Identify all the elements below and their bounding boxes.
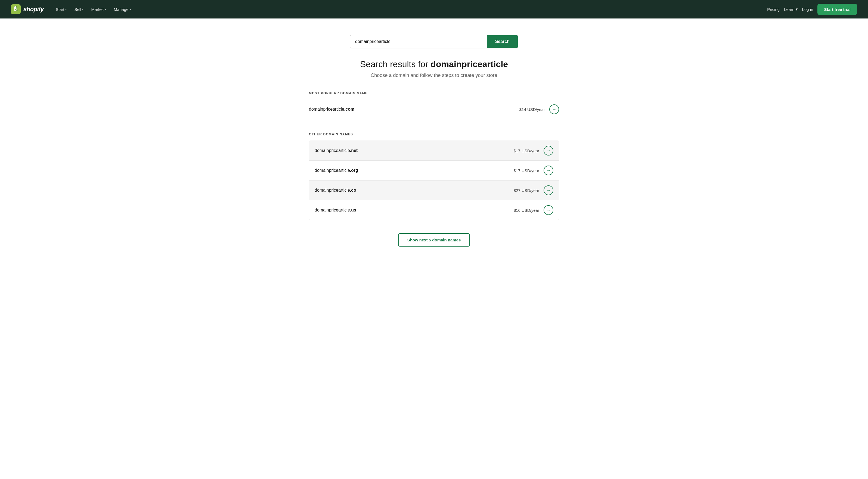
most-popular-label: MOST POPULAR DOMAIN NAME: [309, 91, 559, 95]
nav-start[interactable]: Start ▾: [53, 5, 70, 14]
arrow-right-icon: →: [546, 188, 551, 193]
navbar: shopify Start ▾ Sell ▾ Market ▾ Manage ▾…: [0, 0, 868, 19]
chevron-down-icon: ▾: [796, 7, 798, 12]
navbar-right: Pricing Learn ▾ Log in Start free trial: [767, 4, 857, 15]
popular-domain-price: $14 USD/year: [519, 107, 545, 112]
domain-name-us: domainpricearticle.us: [315, 208, 356, 213]
arrow-right-icon: →: [546, 168, 551, 173]
domain-name-net: domainpricearticle.net: [315, 148, 358, 153]
domain-price-co: $27 USD/year: [514, 188, 539, 193]
main-content: Search Search results for domainpriceart…: [304, 19, 564, 268]
nav-manage[interactable]: Manage ▾: [111, 5, 134, 14]
domain-price-org: $17 USD/year: [514, 168, 539, 173]
domain-price-area-org: $17 USD/year →: [514, 165, 553, 175]
table-row: domainpricearticle.org $17 USD/year →: [309, 161, 559, 181]
table-row: domainpricearticle.us $16 USD/year →: [309, 200, 559, 220]
popular-domain-select-button[interactable]: →: [549, 104, 559, 114]
search-input-wrapper: Search: [350, 35, 518, 49]
svg-point-2: [15, 9, 16, 10]
chevron-down-icon: ▾: [82, 8, 84, 11]
domain-price-net: $17 USD/year: [514, 149, 539, 153]
popular-domain-name: domainpricearticle.com: [309, 107, 354, 112]
results-header: Search results for domainpricearticle Ch…: [309, 59, 559, 78]
domain-name-co: domainpricearticle.co: [315, 188, 356, 193]
domain-select-button-org[interactable]: →: [544, 165, 553, 175]
table-row: domainpricearticle.co $27 USD/year →: [309, 181, 559, 200]
domain-select-button-us[interactable]: →: [544, 205, 553, 215]
domain-price-area-us: $16 USD/year →: [514, 205, 553, 215]
start-trial-button[interactable]: Start free trial: [817, 4, 857, 15]
search-button[interactable]: Search: [487, 35, 518, 48]
nav-links: Start ▾ Sell ▾ Market ▾ Manage ▾: [53, 5, 134, 14]
arrow-right-icon: →: [552, 107, 556, 112]
logo-text: shopify: [23, 6, 44, 13]
domain-price-area-net: $17 USD/year →: [514, 146, 553, 156]
show-next-area: Show next 5 domain names: [309, 233, 559, 247]
arrow-right-icon: →: [546, 208, 551, 213]
show-next-button[interactable]: Show next 5 domain names: [398, 233, 470, 247]
other-domains-label: OTHER DOMAIN NAMES: [309, 132, 559, 136]
domain-select-button-net[interactable]: →: [544, 146, 553, 156]
nav-login[interactable]: Log in: [802, 7, 813, 12]
chevron-down-icon: ▾: [65, 8, 67, 11]
table-row: domainpricearticle.net $17 USD/year →: [309, 141, 559, 161]
popular-domain-row: domainpricearticle.com $14 USD/year →: [309, 99, 559, 119]
nav-learn[interactable]: Learn ▾: [784, 7, 798, 12]
other-domains-section: OTHER DOMAIN NAMES domainpricearticle.ne…: [309, 132, 559, 220]
arrow-right-icon: →: [546, 148, 551, 153]
domain-list: domainpricearticle.net $17 USD/year → do…: [309, 140, 559, 220]
domain-select-button-co[interactable]: →: [544, 185, 553, 195]
popular-domain-price-area: $14 USD/year →: [519, 104, 559, 114]
domain-name-org: domainpricearticle.org: [315, 168, 358, 173]
domain-price-area-co: $27 USD/year →: [514, 185, 553, 195]
results-title: Search results for domainpricearticle: [309, 59, 559, 69]
chevron-down-icon: ▾: [105, 8, 106, 11]
domain-price-us: $16 USD/year: [514, 208, 539, 213]
nav-pricing[interactable]: Pricing: [767, 7, 780, 12]
most-popular-section: MOST POPULAR DOMAIN NAME domainpricearti…: [309, 91, 559, 119]
shopify-logo-icon: [11, 4, 21, 14]
chevron-down-icon: ▾: [130, 8, 131, 11]
search-input[interactable]: [350, 35, 487, 48]
nav-sell[interactable]: Sell ▾: [71, 5, 87, 14]
logo-link[interactable]: shopify: [11, 4, 44, 14]
nav-market[interactable]: Market ▾: [88, 5, 109, 14]
navbar-left: shopify Start ▾ Sell ▾ Market ▾ Manage ▾: [11, 4, 134, 14]
search-area: Search: [309, 35, 559, 49]
results-subtitle: Choose a domain and follow the steps to …: [309, 72, 559, 78]
